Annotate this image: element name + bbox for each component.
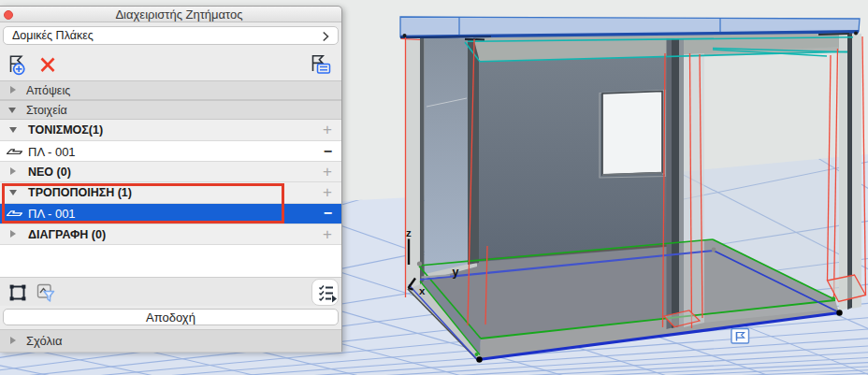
svg-text:y: y xyxy=(453,266,459,279)
svg-text:x: x xyxy=(419,285,426,296)
svg-text:z: z xyxy=(406,227,412,238)
